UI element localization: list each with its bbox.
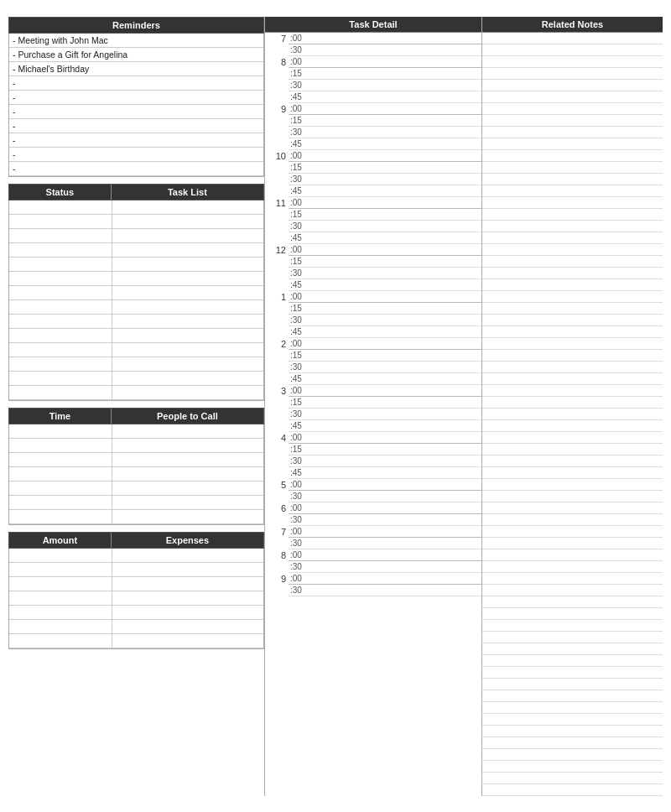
time-slot: :30 — [289, 538, 481, 549]
time-slots: :00:15:30:45 — [289, 338, 481, 385]
notes-line — [482, 620, 663, 632]
hour-label: 9 — [265, 573, 289, 596]
hour-group: 12:00:15:30:45 — [265, 244, 481, 291]
notes-line — [482, 479, 663, 491]
notes-line — [482, 56, 663, 68]
notes-line — [482, 514, 663, 526]
notes-line — [482, 491, 663, 502]
status-header: Status — [9, 185, 112, 200]
call-row — [9, 496, 263, 510]
notes-line — [482, 502, 663, 514]
reminder-item: - — [9, 105, 263, 119]
time-slot: :45 — [289, 91, 481, 103]
task-row — [9, 200, 263, 215]
task-row — [9, 229, 263, 243]
hour-group: 2:00:15:30:45 — [265, 338, 481, 385]
notes-line — [482, 667, 663, 679]
hour-label: 7 — [265, 526, 289, 549]
task-row — [9, 315, 263, 329]
task-row — [9, 286, 263, 300]
time-slots: :00:15:30:45 — [289, 432, 481, 479]
time-slots: :00:15:30:45 — [289, 150, 481, 197]
time-slot: :15 — [289, 444, 481, 455]
hour-group: 8:00:30 — [265, 549, 481, 573]
hour-group: 7:00:30 — [265, 526, 481, 549]
hour-group: 8:00:15:30:45 — [265, 56, 481, 103]
time-slots: :00:15:30:45 — [289, 244, 481, 291]
notes-line — [482, 91, 663, 103]
notes-line — [482, 784, 663, 796]
call-row — [9, 439, 263, 453]
notes-line — [482, 221, 663, 232]
time-slot: :30 — [289, 409, 481, 420]
task-row — [9, 329, 263, 343]
hour-group: 11:00:15:30:45 — [265, 197, 481, 244]
time-slot: :00 — [289, 103, 481, 115]
notes-line — [482, 467, 663, 479]
notes-lines — [482, 33, 663, 796]
task-row — [9, 357, 263, 372]
time-slots: :00:30 — [289, 33, 481, 56]
time-slot: :45 — [289, 326, 481, 338]
hour-group: 4:00:15:30:45 — [265, 432, 481, 479]
expense-row — [9, 606, 263, 620]
expense-row — [9, 620, 263, 634]
notes-line — [482, 679, 663, 690]
time-slot: :45 — [289, 138, 481, 150]
notes-line — [482, 127, 663, 138]
notes-line — [482, 338, 663, 350]
notes-line — [482, 655, 663, 667]
time-slots: :00:15:30:45 — [289, 103, 481, 150]
expense-row — [9, 549, 263, 563]
notes-line — [482, 209, 663, 221]
time-slot: :00 — [289, 385, 481, 397]
notes-line — [482, 373, 663, 385]
call-row — [9, 467, 263, 481]
call-rows — [8, 424, 264, 525]
notes-line — [482, 585, 663, 596]
time-slot: :45 — [289, 420, 481, 432]
reminders-header: Reminders — [8, 17, 264, 34]
notes-line — [482, 150, 663, 162]
time-slot: :15 — [289, 350, 481, 362]
time-slot: :45 — [289, 185, 481, 197]
time-slots: :00:15:30:45 — [289, 385, 481, 432]
time-slot: :00 — [289, 197, 481, 209]
time-slot: :30 — [289, 585, 481, 596]
expense-row — [9, 634, 263, 648]
time-slots: :00:30 — [289, 549, 481, 573]
hour-label: 7 — [265, 33, 289, 56]
task-row — [9, 243, 263, 258]
time-slot: :45 — [289, 232, 481, 244]
reminder-item: - Purchase a Gift for Angelina — [9, 48, 263, 62]
time-slot: :15 — [289, 209, 481, 221]
time-header: Time — [9, 409, 112, 424]
notes-line — [482, 761, 663, 773]
hour-group: 3:00:15:30:45 — [265, 385, 481, 432]
people-to-call-section: Time People to Call — [8, 408, 264, 525]
notes-line — [482, 232, 663, 244]
notes-line — [482, 44, 663, 56]
notes-line — [482, 749, 663, 761]
notes-line — [482, 80, 663, 91]
hour-label: 9 — [265, 103, 289, 150]
time-slot: :15 — [289, 162, 481, 174]
notes-line — [482, 409, 663, 420]
time-slot: :00 — [289, 33, 481, 44]
notes-line — [482, 702, 663, 714]
notes-line — [482, 268, 663, 279]
time-slots: :00:30 — [289, 479, 481, 502]
task-row — [9, 386, 263, 400]
task-row — [9, 300, 263, 315]
status-tasklist-header: Status Task List — [8, 184, 264, 200]
time-slot: :00 — [289, 150, 481, 162]
hour-group: 5:00:30 — [265, 479, 481, 502]
notes-line — [482, 561, 663, 573]
time-slots: :00:15:30:45 — [289, 291, 481, 338]
task-row — [9, 258, 263, 272]
expenses-section: Amount Expenses — [8, 532, 264, 649]
hour-group: 9:00:30 — [265, 573, 481, 596]
time-slot: :45 — [289, 467, 481, 479]
related-notes-column: Related Notes — [482, 17, 663, 796]
expense-row — [9, 591, 263, 606]
